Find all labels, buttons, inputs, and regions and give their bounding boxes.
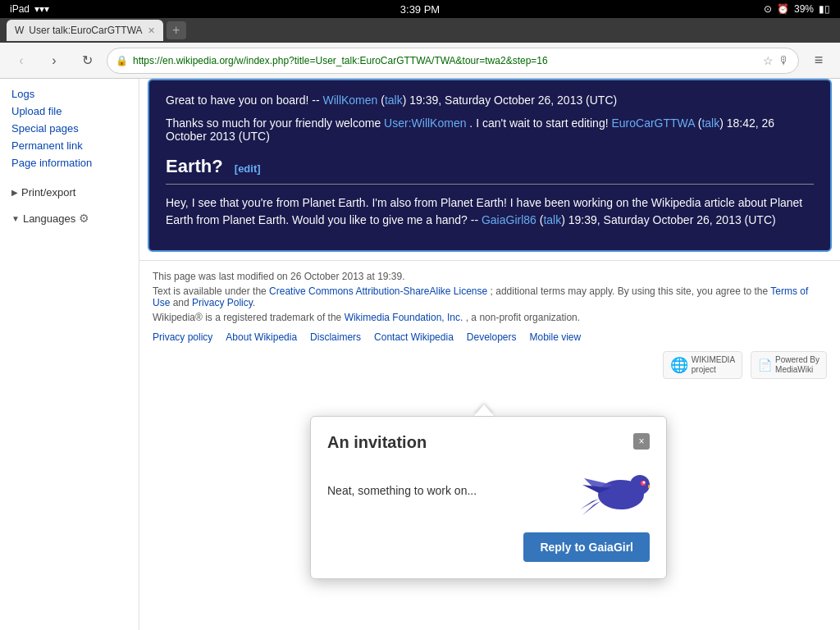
languages-section-label: Languages xyxy=(23,212,75,225)
wifi-icon: ▾▾▾ xyxy=(34,3,49,15)
new-tab-button[interactable]: + xyxy=(167,21,186,39)
popup-body: Neat, something to work on... xyxy=(327,462,650,519)
wikimedia-badge-text: WIKIMEDIAproject xyxy=(692,355,735,375)
svg-point-10 xyxy=(604,468,606,470)
response-user-link[interactable]: User:WillKomen xyxy=(384,116,466,130)
screen-record-icon: ⊙ xyxy=(764,3,772,15)
footer-logos: 🌐 WIKIMEDIAproject 📄 Powered ByMediaWiki xyxy=(153,351,827,379)
forward-button[interactable]: › xyxy=(41,48,67,74)
response-text: Thanks so much for your friendly welcome xyxy=(166,116,381,130)
status-left: iPad ▾▾▾ xyxy=(10,3,49,15)
menu-button[interactable]: ≡ xyxy=(806,48,832,74)
footer-links: Privacy policy About Wikipedia Disclaime… xyxy=(153,331,827,343)
svg-point-9 xyxy=(587,472,590,476)
popup-arrow xyxy=(474,404,494,416)
svg-point-11 xyxy=(632,471,635,473)
ipad-label: iPad xyxy=(10,3,30,15)
toolbar: ‹ › ↻ 🔒 ☆ 🎙 ≡ xyxy=(0,43,840,79)
active-tab[interactable]: W User talk:EuroCarGTTWA ✕ xyxy=(7,20,163,41)
sidebar: Logs Upload file Special pages Permanent… xyxy=(0,79,139,630)
popup-body-text: Neat, something to work on... xyxy=(327,484,566,497)
modified-text: This page was last modified on 26 Octobe… xyxy=(153,271,827,282)
popup-title: An invitation xyxy=(327,433,427,452)
wiki-footer: This page was last modified on 26 Octobe… xyxy=(139,260,840,389)
response-suffix: . I can't wait to start editing! xyxy=(469,116,608,130)
alarm-icon: ⏰ xyxy=(777,3,789,15)
mediawiki-logo-icon: 📄 xyxy=(758,358,772,372)
print-toggle-icon: ▶ xyxy=(11,188,18,197)
sidebar-item-page-information[interactable]: Page information xyxy=(0,154,139,171)
wikimedia-logo-icon: 🌐 xyxy=(670,356,688,374)
footer-contact-link[interactable]: Contact Wikipedia xyxy=(374,331,454,343)
mediawiki-badge: 📄 Powered ByMediaWiki xyxy=(751,351,827,379)
footer-developers-link[interactable]: Developers xyxy=(467,331,517,343)
greeting-text: Great to have you on board! -- xyxy=(166,94,320,107)
ssl-lock-icon: 🔒 xyxy=(116,55,128,66)
tab-bar: W User talk:EuroCarGTTWA ✕ + xyxy=(0,18,840,43)
svg-point-3 xyxy=(630,475,650,495)
footer-about-link[interactable]: About Wikipedia xyxy=(226,331,297,343)
battery-percent: 39% xyxy=(794,3,814,15)
twa-greeting: Great to have you on board! -- WillKomen… xyxy=(166,94,814,107)
earth-edit-link[interactable]: [edit] xyxy=(235,162,261,175)
wiki-content: Great to have you on board! -- WillKomen… xyxy=(139,79,840,389)
popup-image xyxy=(576,462,650,519)
popup-arrow-container xyxy=(474,404,494,416)
twa-heading: Earth? [edit] xyxy=(166,156,814,177)
greeting-time: 19:39, Saturday October 26, 2013 (UTC) xyxy=(409,94,617,107)
response-author-talk-link[interactable]: talk xyxy=(701,116,719,130)
footer-disclaimers-link[interactable]: Disclaimers xyxy=(310,331,361,343)
privacy-policy-link[interactable]: Privacy Policy xyxy=(192,297,253,308)
back-icon: ‹ xyxy=(19,53,23,68)
status-bar: iPad ▾▾▾ 3:39 PM ⊙ ⏰ 39% ▮▯ xyxy=(0,0,840,18)
forward-icon: › xyxy=(52,53,56,68)
twa-body: Hey, I see that you're from Planet Earth… xyxy=(166,194,814,229)
print-section-label: Print/export xyxy=(21,186,75,199)
reply-button[interactable]: Reply to GaiaGirl xyxy=(523,532,650,562)
microphone-icon[interactable]: 🎙 xyxy=(778,54,790,67)
svg-marker-8 xyxy=(582,501,600,515)
print-export-section[interactable]: ▶ Print/export xyxy=(0,181,139,200)
sidebar-item-upload-file[interactable]: Upload file xyxy=(0,103,139,120)
battery-icon: ▮▯ xyxy=(819,3,830,15)
earth-heading-text: Earth? xyxy=(166,156,223,176)
response-author-link[interactable]: EuroCarGTTWA xyxy=(611,116,694,130)
languages-gear-icon[interactable]: ⚙ xyxy=(79,212,89,225)
reload-icon: ↻ xyxy=(82,52,93,68)
bird-illustration xyxy=(576,462,650,519)
mediawiki-badge-text: Powered ByMediaWiki xyxy=(775,355,819,375)
twa-box: Great to have you on board! -- WillKomen… xyxy=(148,79,832,252)
greeting-talk-link[interactable]: talk xyxy=(385,94,403,107)
popup-close-button[interactable]: × xyxy=(633,433,650,450)
footer-mobile-link[interactable]: Mobile view xyxy=(530,331,582,343)
sidebar-item-permanent-link[interactable]: Permanent link xyxy=(0,137,139,154)
twa-body-user-link[interactable]: GaiaGirl86 xyxy=(482,213,536,226)
twa-body-talk-link[interactable]: talk xyxy=(543,213,561,226)
wikipedia-favicon: W xyxy=(15,25,24,36)
languages-section[interactable]: ▼ Languages ⚙ xyxy=(0,207,139,226)
address-bar[interactable]: 🔒 ☆ 🎙 xyxy=(107,48,799,74)
svg-point-5 xyxy=(643,482,646,484)
cc-link[interactable]: Creative Commons Attribution-ShareAlike … xyxy=(269,285,487,297)
sidebar-item-logs[interactable]: Logs xyxy=(0,85,139,103)
sidebar-item-special-pages[interactable]: Special pages xyxy=(0,120,139,137)
back-button[interactable]: ‹ xyxy=(8,48,34,74)
popup-footer: Reply to GaiaGirl xyxy=(327,532,650,562)
trademark-text: Wikipedia® is a registered trademark of … xyxy=(153,312,827,323)
twa-divider xyxy=(166,184,814,185)
svg-marker-6 xyxy=(648,485,650,488)
url-input[interactable] xyxy=(133,55,758,66)
footer-privacy-link[interactable]: Privacy policy xyxy=(153,331,212,343)
popup-header: An invitation × xyxy=(327,433,650,452)
twa-body-time: 19:39, Saturday October 26, 2013 (UTC) xyxy=(568,213,776,226)
wikimedia-link[interactable]: Wikimedia Foundation, Inc. xyxy=(345,312,463,323)
tab-close-button[interactable]: ✕ xyxy=(148,25,155,36)
wikimedia-badge: 🌐 WIKIMEDIAproject xyxy=(663,351,742,379)
reload-button[interactable]: ↻ xyxy=(74,48,100,74)
greeting-user-link[interactable]: WillKomen xyxy=(322,94,377,107)
status-right: ⊙ ⏰ 39% ▮▯ xyxy=(764,3,830,15)
bookmark-icon[interactable]: ☆ xyxy=(763,54,774,67)
twa-response: Thanks so much for your friendly welcome… xyxy=(166,116,814,143)
tab-title: User talk:EuroCarGTTWA xyxy=(29,25,142,36)
license-text: Text is available under the Creative Com… xyxy=(153,285,827,308)
